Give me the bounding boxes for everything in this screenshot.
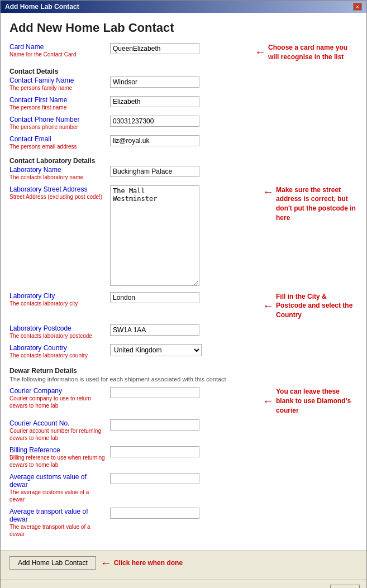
country-sublabel: The contacts laboratory country	[9, 352, 106, 359]
family-name-group: Contact Family Name The persons family n…	[9, 77, 358, 92]
courier-account-label-col: Courier Account No. Courier account numb…	[9, 419, 110, 442]
billing-ref-sublabel: Billing reference to use when returning …	[9, 454, 106, 469]
lab-name-input[interactable]	[110, 166, 199, 177]
lab-name-sublabel: The contacts laboratory name	[9, 174, 106, 181]
billing-ref-label-col: Billing Reference Billing reference to u…	[9, 446, 110, 469]
city-group: Laboratory City The contacts laboratory …	[9, 292, 358, 320]
card-name-sublabel: Name for the Contact Card	[9, 51, 106, 58]
street-address-group: Laboratory Street Address Street Address…	[9, 185, 358, 288]
postcode-sublabel: The contacts laboratory postcode	[9, 332, 106, 340]
postcode-group: Laboratory Postcode The contacts laborat…	[9, 324, 358, 340]
family-name-input-col	[110, 77, 358, 88]
title-bar: Add Home Lab Contact ×	[1, 1, 366, 13]
lab-name-label: Laboratory Name	[9, 166, 61, 174]
lab-details-header: Contact Laboratory Details	[9, 157, 358, 165]
country-label-col: Laboratory Country The contacts laborato…	[9, 344, 110, 359]
add-home-lab-contact-button[interactable]: Add Home Lab Contact	[9, 556, 96, 570]
card-name-label: Card Name	[9, 43, 44, 51]
family-name-input[interactable]	[110, 77, 199, 88]
page-title: Add New Home Lab Contact	[9, 21, 358, 35]
phone-input-col	[110, 116, 358, 127]
add-button-row: Add Home Lab Contact ← Click here when d…	[9, 556, 358, 570]
city-input-col	[110, 292, 258, 303]
billing-ref-input-col	[110, 446, 358, 457]
card-name-label-col: Card Name Name for the Contact Card	[9, 43, 110, 58]
street-arrow-icon: ←	[263, 185, 274, 198]
window-close-button[interactable]: ×	[353, 3, 362, 11]
courier-account-input[interactable]	[110, 419, 199, 431]
first-name-input-col	[110, 96, 358, 107]
lab-name-input-col	[110, 166, 358, 177]
city-arrow-icon: ←	[263, 299, 274, 312]
courier-account-label: Courier Account No.	[9, 419, 69, 427]
card-name-annotation-block: ← Choose a card name you will recognise …	[255, 43, 358, 62]
family-name-label-col: Contact Family Name The persons family n…	[9, 77, 110, 92]
street-annotation-block: ← Make sure the street address is correc…	[263, 185, 358, 223]
phone-input[interactable]	[110, 116, 199, 127]
courier-company-input-col	[110, 387, 258, 398]
avg-customs-label-col: Average customs value of dewar The avera…	[9, 473, 110, 503]
footer-bar: Close	[1, 580, 366, 588]
courier-account-input-col	[110, 419, 358, 431]
street-address-input[interactable]: The Mall Westminster	[110, 185, 199, 286]
bottom-section: Add Home Lab Contact ← Click here when d…	[1, 550, 366, 580]
lab-name-group: Laboratory Name The contacts laboratory …	[9, 166, 358, 181]
window-title: Add Home Lab Contact	[5, 3, 79, 11]
family-name-sublabel: The persons family name	[9, 84, 106, 92]
city-annotation-block: ← Fill in the City & Postcode and select…	[263, 292, 358, 320]
email-input-col	[110, 135, 358, 146]
city-label: Laboratory City	[9, 292, 55, 300]
close-button[interactable]: Close	[330, 585, 360, 588]
billing-ref-input[interactable]	[110, 446, 199, 457]
lab-name-label-col: Laboratory Name The contacts laboratory …	[9, 166, 110, 181]
courier-account-group: Courier Account No. Courier account numb…	[9, 419, 358, 442]
email-input[interactable]	[110, 135, 199, 146]
email-group: Contact Email The persons email address	[9, 135, 358, 150]
courier-company-group: Courier Company Courier company to use t…	[9, 387, 358, 415]
street-address-label: Laboratory Street Address	[9, 185, 87, 193]
courier-company-sublabel: Courier company to use to return dewars …	[9, 395, 106, 409]
city-input[interactable]	[110, 292, 199, 303]
first-name-label: Contact First Name	[9, 96, 67, 104]
contact-details-header: Contact Details	[9, 68, 358, 75]
postcode-input-col	[110, 324, 358, 336]
avg-customs-input[interactable]	[110, 473, 199, 484]
phone-label: Contact Phone Number	[9, 116, 79, 123]
postcode-input[interactable]	[110, 324, 199, 336]
courier-company-input[interactable]	[110, 387, 199, 398]
card-name-annotation: Choose a card name you will recognise in…	[268, 43, 358, 62]
email-label: Contact Email	[9, 135, 51, 143]
add-annotation: Click here when done	[114, 558, 183, 568]
courier-annotation-block: ← You can leave these blank to use Diamo…	[263, 387, 358, 415]
main-content: Add New Home Lab Contact Card Name Name …	[1, 13, 366, 550]
courier-account-sublabel: Courier account number for returning dew…	[9, 427, 106, 442]
dewar-subheader: The following information is used for ea…	[9, 376, 358, 383]
street-address-sublabel: Street Address (excluding post code!)	[9, 193, 106, 200]
family-name-label: Contact Family Name	[9, 77, 74, 84]
street-address-input-col: The Mall Westminster	[110, 185, 258, 288]
dewar-section: Dewar Return Details The following infor…	[9, 367, 358, 538]
postcode-label: Laboratory Postcode	[9, 324, 72, 332]
avg-customs-group: Average customs value of dewar The avera…	[9, 473, 358, 503]
phone-sublabel: The persons phone number	[9, 123, 106, 131]
add-arrow-icon: ←	[101, 557, 112, 570]
city-sublabel: The contacts laboratory city	[9, 300, 106, 307]
courier-annotation: You can leave these blank to use Diamond…	[276, 387, 358, 415]
country-select[interactable]: United Kingdom United States France Germ…	[110, 344, 202, 356]
postcode-label-col: Laboratory Postcode The contacts laborat…	[9, 324, 110, 340]
card-name-section: Card Name Name for the Contact Card ← Ch…	[9, 43, 358, 62]
avg-transport-sublabel: The average transport value of a dewar	[9, 523, 106, 538]
courier-company-label-col: Courier Company Courier company to use t…	[9, 387, 110, 409]
avg-customs-label: Average customs value of dewar	[9, 473, 87, 489]
country-input-col: United Kingdom United States France Germ…	[110, 344, 358, 356]
phone-label-col: Contact Phone Number The persons phone n…	[9, 116, 110, 131]
avg-transport-group: Average transport value of dewar The ave…	[9, 508, 358, 538]
country-group: Laboratory Country The contacts laborato…	[9, 344, 358, 359]
first-name-input[interactable]	[110, 96, 199, 107]
avg-transport-input[interactable]	[110, 508, 199, 519]
street-annotation: Make sure the street address is correct,…	[276, 185, 358, 223]
email-sublabel: The persons email address	[9, 143, 106, 150]
street-address-label-col: Laboratory Street Address Street Address…	[9, 185, 110, 200]
card-name-input[interactable]	[110, 43, 199, 54]
avg-transport-input-col	[110, 508, 358, 519]
